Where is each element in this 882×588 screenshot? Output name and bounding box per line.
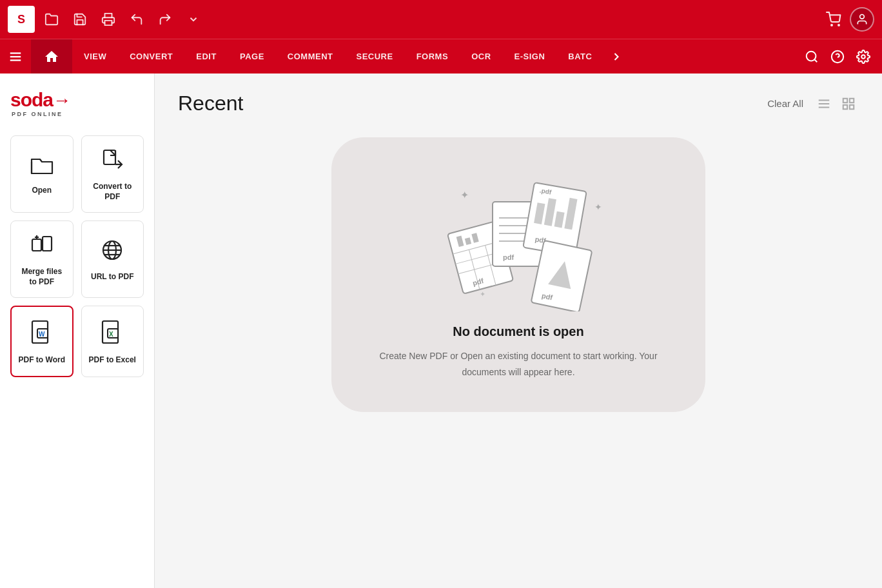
- nav-item-page[interactable]: PAGE: [228, 39, 276, 74]
- merge-card-label: Merge files to PDF: [17, 267, 66, 287]
- convert-icon: [101, 149, 123, 175]
- excel-icon: X: [101, 320, 123, 349]
- svg-point-3: [860, 15, 865, 19]
- home-nav-button[interactable]: [31, 39, 72, 74]
- merge-icon: [31, 234, 53, 260]
- logo-sub: PDF ONLINE: [12, 111, 144, 117]
- svg-point-7: [807, 51, 816, 61]
- svg-rect-14: [32, 239, 41, 251]
- nav-more-button[interactable]: [603, 39, 629, 74]
- save-icon[interactable]: [68, 8, 92, 31]
- clear-all-button[interactable]: Clear All: [767, 98, 803, 109]
- svg-line-8: [814, 59, 817, 62]
- svg-rect-33: [850, 98, 854, 102]
- svg-point-11: [861, 55, 865, 59]
- svg-point-1: [831, 24, 832, 26]
- url-card[interactable]: URL to PDF: [81, 220, 144, 298]
- svg-text:W: W: [39, 331, 45, 338]
- action-cards: Open Convert to PDF: [10, 135, 144, 377]
- url-card-label: URL to PDF: [91, 272, 133, 282]
- nav-item-convert[interactable]: CONVERT: [118, 39, 184, 74]
- user-avatar[interactable]: [850, 7, 874, 32]
- nav-item-secure[interactable]: SECURE: [344, 39, 404, 74]
- logo-letter: S: [17, 13, 25, 26]
- convert-card[interactable]: Convert to PDF: [81, 135, 144, 213]
- pdf-to-excel-label: PDF to Excel: [89, 355, 136, 366]
- recent-header: Recent Clear All: [178, 92, 859, 115]
- nav-item-view[interactable]: VIEW: [72, 39, 118, 74]
- globe-icon: [101, 239, 123, 266]
- svg-rect-35: [850, 104, 854, 108]
- list-view-button[interactable]: [814, 93, 834, 114]
- grid-view-button[interactable]: [838, 93, 859, 114]
- hamburger-menu[interactable]: [0, 39, 31, 74]
- empty-state: ✦ ✦ ✦: [331, 137, 705, 412]
- pdf-to-word-card[interactable]: W PDF to Word: [10, 306, 74, 377]
- pdf-to-word-label: PDF to Word: [19, 355, 65, 366]
- documents-illustration: pdf pdf: [422, 170, 615, 311]
- dropdown-icon[interactable]: [182, 8, 205, 31]
- logo-area: soda → PDF ONLINE: [10, 89, 144, 117]
- nav-item-batch[interactable]: BATC: [556, 39, 603, 74]
- top-toolbar: S: [0, 0, 882, 39]
- nav-item-edit[interactable]: EDIT: [184, 39, 228, 74]
- nav-item-comment[interactable]: COMMENT: [276, 39, 345, 74]
- svg-text:X: X: [109, 331, 113, 338]
- convert-card-label: Convert to PDF: [88, 182, 137, 202]
- recent-title: Recent: [178, 92, 767, 115]
- svg-rect-12: [104, 150, 115, 164]
- open-card[interactable]: Open: [10, 135, 74, 213]
- nav-bar: VIEW CONVERT EDIT PAGE COMMENT SECURE FO…: [0, 39, 882, 74]
- logo-main: soda: [10, 89, 53, 111]
- settings-nav-icon[interactable]: [851, 44, 876, 69]
- svg-rect-0: [105, 21, 112, 25]
- svg-rect-32: [843, 98, 847, 102]
- pdf-to-excel-card[interactable]: X PDF to Excel: [81, 306, 144, 377]
- main-content: soda → PDF ONLINE Open: [0, 74, 882, 588]
- folder-open-icon[interactable]: [40, 8, 63, 31]
- right-panel: Recent Clear All: [155, 74, 882, 588]
- nav-item-ocr[interactable]: OCR: [460, 39, 502, 74]
- left-panel: soda → PDF ONLINE Open: [0, 74, 155, 588]
- svg-text:pdf: pdf: [503, 253, 514, 261]
- word-icon: W: [31, 320, 53, 349]
- empty-description: Create New PDF or Open an existing docum…: [370, 348, 667, 380]
- svg-rect-34: [843, 104, 847, 108]
- empty-title: No document is open: [453, 324, 583, 339]
- sparkle-icon-3: ✦: [480, 290, 485, 299]
- search-nav-icon[interactable]: [799, 44, 824, 69]
- logo-button[interactable]: S: [8, 6, 35, 33]
- merge-card[interactable]: Merge files to PDF: [10, 220, 74, 298]
- undo-icon[interactable]: [125, 8, 148, 31]
- sparkle-icon-2: ✦: [594, 202, 602, 212]
- view-toggle: [814, 93, 859, 114]
- sparkle-icon: ✦: [460, 189, 469, 201]
- svg-point-2: [838, 24, 839, 26]
- open-card-label: Open: [32, 186, 52, 196]
- nav-item-forms[interactable]: FORMS: [405, 39, 460, 74]
- folder-icon: [30, 155, 54, 179]
- logo-arrow-icon: →: [53, 90, 71, 111]
- nav-item-esign[interactable]: E-SIGN: [503, 39, 557, 74]
- help-nav-icon[interactable]: [825, 44, 850, 69]
- empty-illustration: ✦ ✦ ✦: [422, 170, 615, 311]
- cart-icon[interactable]: [821, 7, 846, 32]
- redo-icon[interactable]: [153, 8, 177, 31]
- print-icon[interactable]: [97, 8, 120, 31]
- svg-rect-15: [43, 237, 52, 251]
